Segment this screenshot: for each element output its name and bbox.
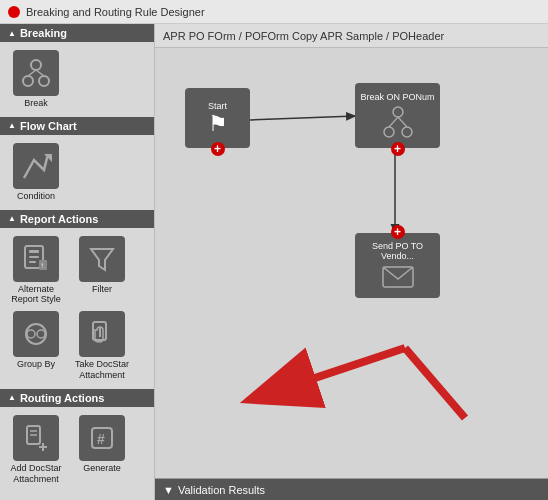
right-panel: APR PO FOrm / POFOrm Copy APR Sample / P… [155, 24, 548, 500]
node-send-po-to-vendor[interactable]: Send PO TO Vendo... + [355, 233, 440, 298]
svg-point-0 [31, 60, 41, 70]
validation-label: Validation Results [178, 484, 265, 496]
svg-text:#: # [97, 431, 105, 447]
svg-line-25 [250, 116, 355, 120]
section-content-report-actions: ↑ Alternate Report Style Filter [0, 228, 154, 389]
chevron-icon-flowchart: ▲ [8, 121, 16, 130]
section-header-routing-actions[interactable]: ▲ Routing Actions [0, 389, 154, 407]
tool-item-filter[interactable]: Filter [72, 236, 132, 306]
chevron-icon-breaking: ▲ [8, 29, 16, 38]
section-content-routing-actions: Add DocStar Attachment # Generate [0, 407, 154, 493]
tool-item-condition[interactable]: Condition [6, 143, 66, 202]
svg-point-13 [26, 324, 46, 344]
tool-label-break: Break [24, 98, 48, 109]
svg-point-2 [39, 76, 49, 86]
node-send-po-to-vendor-label: Send PO TO Vendo... [359, 241, 436, 261]
node-break-on-ponum[interactable]: Break ON PONum + [355, 83, 440, 148]
svg-line-36 [405, 348, 465, 418]
node-start-plus[interactable]: + [211, 142, 225, 156]
svg-line-32 [398, 117, 407, 127]
tool-item-generate[interactable]: # Generate [72, 415, 132, 485]
validation-chevron-icon: ▼ [163, 484, 174, 496]
svg-marker-12 [91, 249, 113, 270]
tool-item-group-by[interactable]: Group By [6, 311, 66, 381]
tool-label-take-docstar-attachment: Take DocStar Attachment [72, 359, 132, 381]
svg-point-15 [37, 330, 45, 338]
tool-item-alternate-report-style[interactable]: ↑ Alternate Report Style [6, 236, 66, 306]
tool-icon-add-docstar-attachment [13, 415, 59, 461]
svg-text:↑: ↑ [40, 261, 44, 270]
section-header-breaking[interactable]: ▲ Breaking [0, 24, 154, 42]
tool-icon-generate: # [79, 415, 125, 461]
chevron-icon-routing-actions: ▲ [8, 393, 16, 402]
node-start[interactable]: Start ⚑ + [185, 88, 250, 148]
section-label-flowchart: Flow Chart [20, 120, 77, 132]
tool-label-condition: Condition [17, 191, 55, 202]
section-header-report-actions[interactable]: ▲ Report Actions [0, 210, 154, 228]
tool-label-group-by: Group By [17, 359, 55, 370]
node-break-on-ponum-plus[interactable]: + [391, 142, 405, 156]
svg-point-28 [393, 107, 403, 117]
tool-label-generate: Generate [83, 463, 121, 474]
section-label-report-actions: Report Actions [20, 213, 98, 225]
svg-point-29 [384, 127, 394, 137]
section-header-flowchart[interactable]: ▲ Flow Chart [0, 117, 154, 135]
section-content-breaking: Break [0, 42, 154, 117]
node-start-icon: ⚑ [208, 113, 228, 135]
svg-rect-8 [29, 256, 39, 258]
canvas-area[interactable]: Start ⚑ + Break ON PONum + Send PO TO Ve… [155, 48, 548, 478]
title-bar-text: Breaking and Routing Rule Designer [26, 6, 205, 18]
section-content-flowchart: Condition [0, 135, 154, 210]
section-label-breaking: Breaking [20, 27, 67, 39]
node-start-label: Start [208, 101, 227, 111]
svg-point-14 [27, 330, 35, 338]
tool-label-alternate-report-style: Alternate Report Style [6, 284, 66, 306]
svg-rect-9 [29, 261, 36, 263]
node-send-po-to-vendor-plus[interactable]: + [391, 225, 405, 239]
tool-icon-take-docstar-attachment [79, 311, 125, 357]
svg-line-35 [255, 348, 405, 398]
node-send-po-to-vendor-icon [381, 263, 415, 291]
tool-icon-condition [13, 143, 59, 189]
tool-item-add-docstar-attachment[interactable]: Add DocStar Attachment [6, 415, 66, 485]
tool-item-take-docstar-attachment[interactable]: Take DocStar Attachment [72, 311, 132, 381]
breadcrumb-text: APR PO FOrm / POFOrm Copy APR Sample / P… [163, 30, 444, 42]
section-label-routing-actions: Routing Actions [20, 392, 105, 404]
tool-icon-filter [79, 236, 125, 282]
tool-icon-group-by [13, 311, 59, 357]
chevron-icon-report-actions: ▲ [8, 214, 16, 223]
title-bar: Breaking and Routing Rule Designer [0, 0, 548, 24]
node-break-on-ponum-icon [380, 104, 416, 140]
breadcrumb-bar: APR PO FOrm / POFOrm Copy APR Sample / P… [155, 24, 548, 48]
node-break-on-ponum-label: Break ON PONum [360, 92, 434, 102]
tool-icon-break [13, 50, 59, 96]
tool-item-break[interactable]: Break [6, 50, 66, 109]
svg-rect-7 [29, 250, 39, 253]
validation-bar[interactable]: ▼ Validation Results [155, 478, 548, 500]
svg-point-1 [23, 76, 33, 86]
tool-label-add-docstar-attachment: Add DocStar Attachment [6, 463, 66, 485]
main-layout: ▲ Breaking Break ▲ Flow Chart [0, 24, 548, 500]
svg-line-3 [28, 70, 36, 76]
tool-label-filter: Filter [92, 284, 112, 295]
title-bar-icon [8, 6, 20, 18]
svg-line-4 [36, 70, 44, 76]
svg-line-31 [389, 117, 398, 127]
tool-icon-alternate-report-style: ↑ [13, 236, 59, 282]
left-panel: ▲ Breaking Break ▲ Flow Chart [0, 24, 155, 500]
svg-point-30 [402, 127, 412, 137]
